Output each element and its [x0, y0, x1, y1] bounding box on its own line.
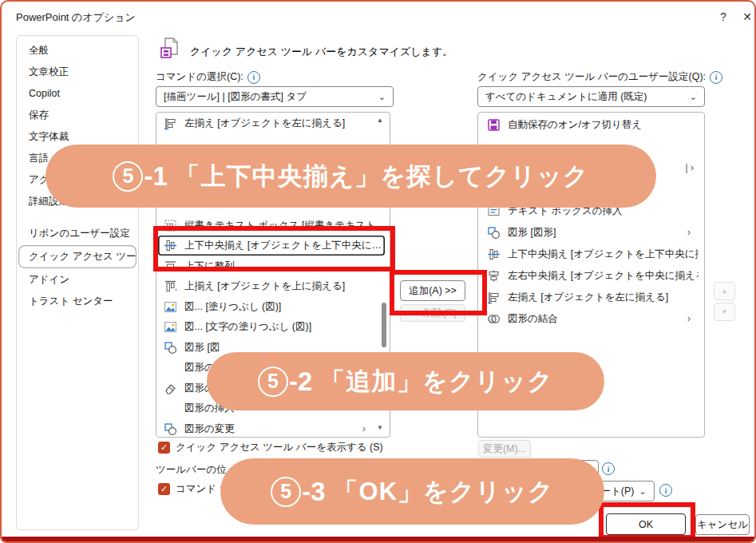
toolbar-position-label: ツールバーの位 [156, 463, 227, 477]
move-down-button: ▼ [714, 303, 735, 321]
sidebar: 全般文章校正Copilot保存文字体裁言語アクセシビリティ詳細設定リボンのユーザ… [16, 35, 139, 530]
show-qat-checkbox-row: ✓ クイック アクセス ツール バーを表示する (S) [158, 441, 383, 454]
picture-icon [164, 300, 177, 314]
annotation-step-3: 5 -3 「OK」をクリック [220, 458, 604, 525]
align-center-h-icon [487, 269, 501, 283]
modify-button: 変更(M)... [478, 440, 531, 458]
shape-icon [164, 341, 177, 355]
align-left-icon [164, 117, 177, 130]
qat-list-item[interactable]: 図形の結合› [481, 308, 699, 329]
none-icon [164, 402, 177, 415]
qat-list-item[interactable]: 左揃え [オブジェクトを左に揃える] [481, 287, 699, 307]
eraser-icon [164, 382, 177, 395]
picture-icon [164, 320, 177, 334]
scroll-up-icon[interactable]: ▲ [377, 117, 383, 124]
info-icon[interactable]: i [602, 462, 615, 475]
close-button[interactable]: ✕ [738, 8, 756, 26]
chevron-down-icon: ⌄ [690, 92, 697, 102]
command-list-item[interactable]: 図... [文字の塗りつぶし (図)] [158, 317, 380, 337]
highlight-box-align-middle [153, 226, 395, 272]
highlight-box-add-button [390, 270, 487, 315]
chevron-right-icon[interactable]: › [687, 313, 691, 324]
chevron-right-icon[interactable]: › [362, 423, 366, 434]
sidebar-item-4[interactable]: 保存 [17, 105, 138, 126]
highlight-box-ok-button [599, 502, 695, 540]
powerpoint-options-dialog: PowerPoint のオプション ? ✕ 全般文章校正Copilot保存文字体… [0, 0, 756, 543]
chevron-down-icon: ⌄ [639, 486, 647, 497]
checked-checkbox[interactable]: ✓ [158, 442, 170, 454]
align-top-icon [164, 279, 177, 293]
page-description: クイック アクセス ツール バーをカスタマイズします。 [190, 45, 453, 59]
qat-list-item[interactable]: 自動保存のオン/オフ切り替え [481, 114, 699, 135]
window-bottom-edge [2, 537, 754, 541]
info-icon[interactable]: i [710, 71, 722, 84]
command-list-item[interactable]: 左揃え [オブジェクトを左に揃える] [158, 113, 380, 133]
sidebar-item-9[interactable]: リボンのユーザー設定 [17, 223, 138, 244]
qat-settings-dropdown[interactable]: すべてのドキュメントに適用 (既定) ⌄ [477, 86, 705, 107]
qat-list-item[interactable]: 左右中央揃え [オブジェクトを中央に揃える] [481, 265, 699, 286]
command-labels-checkbox-row: ✓ コマンド ラ [158, 482, 229, 496]
dialog-title: PowerPoint のオプション [16, 10, 136, 25]
none-icon [164, 361, 177, 375]
sidebar-item-11[interactable]: アドイン [17, 269, 138, 291]
step-number-circle: 5 [113, 161, 143, 192]
choose-commands-dropdown[interactable]: [描画ツール] | [図形の書式] タブ ⌄ [156, 86, 394, 107]
customize-qat-label: クイック アクセス ツール バーのユーザー設定(Q): i [477, 70, 722, 84]
step-number-circle: 5 [258, 367, 288, 397]
step-number-circle: 5 [271, 477, 301, 507]
chevron-down-icon: ⌄ [378, 92, 386, 102]
scrollbar-thumb[interactable] [382, 303, 386, 347]
command-list-item[interactable]: 図形の変更› [158, 419, 380, 439]
chevron-right-icon[interactable]: › [687, 227, 691, 238]
command-list-item[interactable]: 上揃え [オブジェクトを上に揃える] [158, 276, 380, 296]
sidebar-item-3[interactable]: Copilot [17, 83, 138, 105]
annotation-step-1: 5 -1 「上下中央揃え」を探してクリック [46, 145, 656, 208]
command-list-item[interactable]: 図... [塗りつぶし (図)] [158, 297, 380, 317]
sidebar-item-10[interactable]: クイック アクセス ツール バー [18, 245, 137, 268]
sidebar-item-12[interactable]: トラスト センター [17, 291, 138, 312]
save-icon [487, 118, 501, 132]
cancel-button[interactable]: キャンセル [695, 514, 750, 535]
align-middle-icon [487, 248, 501, 261]
shape-icon [164, 422, 177, 436]
move-up-button: ▲ [714, 282, 735, 300]
cursor-chevron-fragment: | › [686, 162, 694, 173]
qat-list-item[interactable]: 上下中央揃え [オブジェクトを上下中央に揃… [481, 244, 699, 264]
align-left-icon [487, 291, 501, 304]
qat-list-item[interactable]: 図形 [図形]› [481, 222, 699, 243]
info-icon[interactable]: i [659, 484, 672, 497]
annotation-step-2: 5 -2 「追加」をクリック [207, 352, 604, 410]
sidebar-item-1[interactable]: 全般 [17, 40, 138, 61]
customize-qat-icon [158, 37, 182, 62]
checked-checkbox[interactable]: ✓ [158, 483, 170, 495]
scroll-down-icon[interactable]: ▼ [377, 424, 383, 431]
choose-commands-label: コマンドの選択(C): i [156, 70, 260, 84]
help-button[interactable]: ? [714, 8, 732, 26]
shape-icon [487, 226, 501, 240]
info-icon[interactable]: i [247, 71, 260, 84]
sidebar-item-2[interactable]: 文章校正 [17, 61, 138, 83]
merge-shapes-icon [487, 312, 501, 326]
